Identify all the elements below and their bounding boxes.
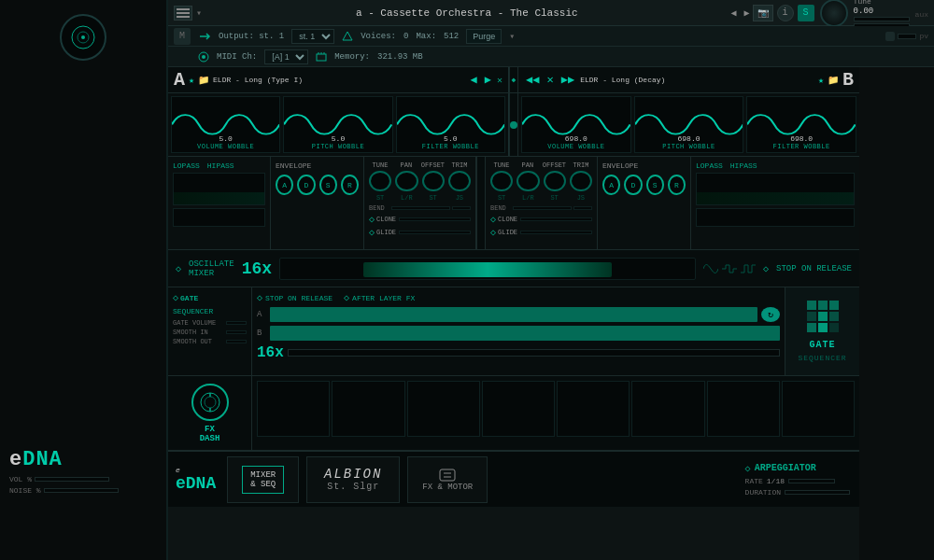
albion-tab[interactable]: ALBION St. Slgr	[306, 456, 400, 503]
filter-wobble-b-label: FILTER WOBBLE	[773, 143, 830, 150]
fx-slot-4[interactable]	[482, 381, 555, 437]
clone-b-bar[interactable]	[520, 217, 592, 221]
do-knob[interactable]	[510, 121, 517, 129]
attack-knob-b[interactable]: A	[602, 175, 620, 195]
nav-controls: ◀ ▶	[729, 7, 753, 19]
filter-wobble-b[interactable]: 698.0 FILTER WOBBLE	[746, 96, 856, 153]
rate-bar[interactable]	[788, 479, 835, 483]
info-btn[interactable]: i	[777, 5, 794, 21]
output-select[interactable]: st. 1	[291, 29, 334, 44]
camera-btn[interactable]: 📷	[753, 5, 773, 21]
fx-circle-icon[interactable]	[191, 384, 229, 421]
a-next-btn[interactable]: ▶	[483, 73, 493, 87]
glide-a-bar[interactable]	[399, 231, 471, 234]
pitch-wobble-a[interactable]: 5.0 PITCH WOBBLE	[283, 96, 392, 153]
trim-knob-b[interactable]	[570, 171, 592, 191]
filter-env-b[interactable]	[696, 208, 855, 227]
after-layer-fx-btn[interactable]: ◇ AFTER LAYER FX	[344, 292, 415, 303]
next-btn[interactable]: ▶	[742, 7, 753, 19]
folder-a[interactable]: 📁	[198, 75, 209, 86]
b-next-next-btn[interactable]: ▶▶	[559, 73, 576, 87]
vol-wobble-a[interactable]: 5.0 VOLUME WOBBLE	[171, 96, 280, 153]
pan-knob-a[interactable]	[395, 171, 417, 191]
mixer-seq-tab[interactable]: MIXER & SEQ	[227, 456, 299, 503]
gate-seq-bar-b[interactable]	[270, 326, 780, 341]
clone-a-bar[interactable]	[399, 217, 471, 221]
fx-slot-7[interactable]	[707, 381, 780, 437]
menu-icon[interactable]	[174, 6, 192, 21]
glide-diamond-a: ◇	[369, 227, 375, 238]
bend-a-bar2[interactable]	[452, 206, 471, 210]
filter-bar-b[interactable]	[696, 173, 855, 205]
decay-knob-b[interactable]: D	[624, 175, 642, 195]
decay-knob-a[interactable]: D	[297, 175, 315, 195]
offset-knob-b[interactable]	[544, 171, 566, 191]
duration-bar[interactable]	[785, 490, 850, 495]
release-knob-a[interactable]: R	[341, 175, 359, 195]
folder-b[interactable]: 📁	[828, 75, 839, 86]
prev-btn[interactable]: ◀	[729, 7, 740, 19]
fx-slot-5[interactable]	[557, 381, 630, 437]
gate-seq-bar-a[interactable]	[270, 307, 757, 322]
purge-button[interactable]: Purge	[466, 29, 502, 44]
bend-b-bar1[interactable]	[513, 206, 572, 210]
fx-slot-2[interactable]	[332, 381, 404, 437]
release-knob-b[interactable]: R	[668, 175, 686, 195]
fx-slot-8[interactable]	[782, 381, 855, 437]
s-badge[interactable]: S	[798, 5, 814, 21]
gate-steps-bar[interactable]	[288, 349, 780, 357]
gate-cell-6	[829, 312, 839, 321]
a-stop[interactable]: ✕	[497, 75, 502, 86]
gate-vol-bar[interactable]	[226, 321, 247, 325]
tune-value: 0.00	[854, 7, 910, 16]
glide-a-label: GLIDE	[376, 229, 397, 236]
fx-slot-3[interactable]	[407, 381, 480, 437]
stop-on-release-gate-btn[interactable]: ◇ STOP ON RELEASE	[257, 292, 333, 303]
sustain-knob-a[interactable]: S	[319, 175, 337, 195]
fx-slot-6[interactable]	[631, 381, 704, 437]
wave-shape-icons	[703, 263, 756, 274]
star-b[interactable]: ★	[818, 75, 824, 86]
tune-knob[interactable]	[820, 0, 848, 27]
smooth-in-bar[interactable]	[226, 330, 247, 334]
bend-a-bar1[interactable]	[391, 206, 450, 210]
m-badge[interactable]: M	[174, 28, 191, 45]
filter-wobble-a[interactable]: 5.0 FILTER WOBBLE	[396, 96, 505, 153]
oscillate-multiplier: 16x	[242, 259, 272, 278]
tune-knob-a[interactable]	[369, 171, 391, 191]
lopass-a-label: LOPASS	[173, 161, 200, 170]
fx-motor-tab[interactable]: FX & MOTOR	[407, 456, 488, 503]
js-label-a: JS	[448, 194, 471, 202]
offset-knob-a[interactable]	[422, 171, 445, 191]
pitch-wobble-a-label: PITCH WOBBLE	[312, 143, 364, 150]
svg-point-14	[205, 397, 216, 408]
gate-scroll-a[interactable]: ↻	[761, 307, 780, 322]
oscillate-mixer-bar[interactable]	[279, 258, 696, 280]
gate-vol-label: GATE VOLUME	[173, 319, 224, 327]
filter-bar-a[interactable]	[173, 173, 265, 205]
vol-wobble-b-value: 698.0	[565, 134, 587, 143]
arp-label[interactable]: ARPEGGIATOR	[755, 463, 816, 473]
filter-env-a[interactable]	[173, 208, 265, 227]
clone-b-label: CLONE	[498, 216, 518, 223]
sustain-knob-b[interactable]: S	[646, 175, 664, 195]
midi-select[interactable]: [A] 1	[264, 49, 308, 64]
pan-knob-b[interactable]	[517, 171, 539, 191]
edna-logo-left: eDNA	[9, 448, 159, 471]
pitch-wobble-b[interactable]: 698.0 PITCH WOBBLE	[634, 96, 744, 153]
trim-col-label: TRIM	[448, 161, 471, 169]
trim-knob-a[interactable]	[448, 171, 471, 191]
star-a[interactable]: ★	[189, 75, 194, 86]
smooth-out-bar[interactable]	[226, 340, 247, 343]
a-prev-btn[interactable]: ◀	[469, 73, 479, 87]
b-stop-btn[interactable]: ✕	[545, 73, 555, 87]
bend-b-bar2[interactable]	[573, 206, 592, 210]
tune-knob-b[interactable]	[490, 171, 513, 191]
attack-knob-a[interactable]: A	[276, 175, 293, 195]
b-prev-prev-btn[interactable]: ◀◀	[524, 73, 541, 87]
vol-wobble-b[interactable]: 698.0 VOLUME WOBBLE	[521, 96, 631, 153]
gate-cell-1	[807, 301, 816, 310]
glide-b-bar[interactable]	[520, 231, 592, 234]
fx-slot-1[interactable]	[257, 381, 330, 437]
stop-on-release-btn[interactable]: STOP ON RELEASE	[776, 264, 852, 273]
